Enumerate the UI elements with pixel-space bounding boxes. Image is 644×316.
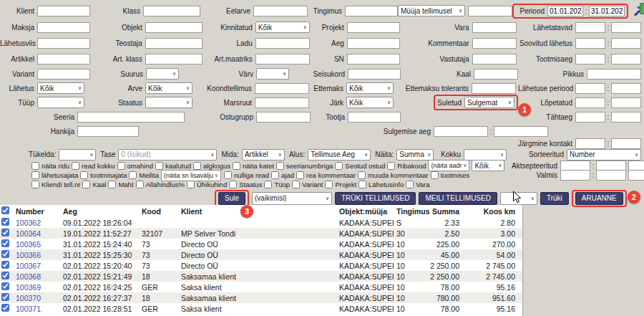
lahetuse-periood-to-input[interactable] [611, 83, 641, 94]
soovitud-lahetus-from-input[interactable] [575, 38, 605, 49]
klass-input[interactable] [143, 6, 200, 16]
naita-katet-checkbox[interactable] [233, 162, 240, 170]
row-checkbox[interactable] [1, 282, 9, 290]
order-link[interactable]: 100364 [16, 229, 41, 238]
ajad-option[interactable]: ajad [271, 171, 294, 179]
lahetusviis-input[interactable] [37, 38, 90, 49]
lahetatavad-from-input[interactable] [575, 22, 605, 33]
omahind-checkbox[interactable] [117, 162, 125, 170]
naita-katet-option[interactable]: näita katet [233, 162, 274, 170]
tootja-input[interactable] [348, 112, 401, 123]
staatus-select[interactable] [145, 97, 192, 108]
print-preset-select[interactable]: (vaikimisi) [252, 192, 332, 205]
eelarve-input[interactable] [253, 6, 308, 16]
row-checkbox[interactable] [1, 218, 9, 226]
ribakood-checkbox[interactable] [387, 162, 395, 170]
order-link[interactable]: 100371 [16, 305, 41, 313]
ladu-input[interactable] [255, 38, 310, 49]
seotud-ostud-option[interactable]: Seotud ostud [335, 162, 385, 170]
mida-select[interactable]: Artikkel [242, 149, 285, 161]
variant-checkbox[interactable] [292, 181, 300, 188]
order-link[interactable]: 100369 [16, 283, 41, 292]
row-checkbox[interactable] [1, 229, 9, 236]
vara-checkbox[interactable] [406, 181, 414, 188]
tootmisajata-option[interactable]: tootmisajata [80, 171, 127, 179]
row-checkbox[interactable] [1, 261, 9, 269]
row-checkbox[interactable] [1, 250, 9, 258]
klient-input[interactable] [37, 6, 90, 16]
tootmisaeg-to-input[interactable] [611, 54, 641, 64]
teostaja-input[interactable] [145, 38, 203, 49]
naita-select[interactable]: Summa [396, 149, 434, 161]
arve-select[interactable]: Kõik [145, 82, 192, 94]
muuda-kommentaar-checkbox[interactable] [358, 171, 366, 179]
rea-kommentaar-checkbox[interactable] [296, 171, 304, 179]
truki-tellimused-button[interactable]: TRÜKI TELLIMUSED [335, 192, 416, 205]
tuup-select[interactable] [37, 97, 84, 108]
tootmisaeg-from-input[interactable] [575, 54, 605, 64]
order-link[interactable]: 100368 [16, 272, 41, 281]
kinnitatud-select[interactable]: Kõik [255, 21, 310, 33]
uhikuhind-option[interactable]: Ühikuhind [187, 181, 227, 188]
hankija-input[interactable] [77, 126, 139, 137]
tuup-checkbox[interactable] [264, 181, 272, 188]
seerianumbriga-option[interactable]: seerianumbriga [276, 162, 333, 170]
naita-sn-lisavalju-select[interactable]: (näita sn lisavälju) [161, 170, 221, 181]
rea-kommentaar-option[interactable]: rea kommentaar [296, 171, 356, 179]
sule-button[interactable]: Sule [218, 192, 245, 205]
meili-tellimused-button[interactable]: MEILI TELLIMUSED [419, 192, 497, 205]
jargmine-kontakt-from-input[interactable] [575, 138, 605, 149]
maksja-input[interactable] [37, 22, 90, 33]
order-link[interactable]: 100362 [16, 219, 41, 227]
naita-aadress-select[interactable]: (näita aadress) [428, 160, 469, 171]
projekt-input[interactable] [347, 22, 400, 33]
artikkel-input[interactable] [37, 54, 90, 64]
lopetatud-to-input[interactable] [611, 97, 641, 108]
nulliga-read-option[interactable]: nulliga read [224, 171, 269, 179]
ostugrupp-input[interactable] [256, 112, 311, 123]
tuup-option[interactable]: Tüüp [264, 181, 290, 188]
seisukord-input[interactable] [348, 69, 401, 80]
tahtaeg-to-input[interactable] [611, 112, 641, 123]
naita-ridu-checkbox[interactable] [31, 162, 39, 170]
meilita-checkbox[interactable] [129, 171, 137, 179]
tykelda-select[interactable] [59, 149, 96, 161]
marsruut-input[interactable] [255, 97, 309, 108]
ribakood-option[interactable]: Ribakood [387, 162, 426, 170]
lahetusajata-checkbox[interactable] [31, 171, 39, 179]
lahetusinfo-option[interactable]: Lähetusinfo [358, 181, 404, 188]
koondtellimus-input[interactable] [255, 83, 309, 94]
allahindlus-option[interactable]: Allahindlus% [136, 181, 185, 188]
kaalutud-checkbox[interactable] [155, 162, 163, 170]
allahindlus-checkbox[interactable] [136, 181, 144, 188]
order-link[interactable]: 100367 [16, 262, 41, 270]
projekt-option[interactable]: Projekt [325, 181, 356, 188]
muuja-tellimusel-select[interactable]: Müüja tellimusel [398, 5, 465, 16]
nulliga-read-checkbox[interactable] [224, 171, 232, 179]
row-checkbox[interactable] [1, 293, 9, 301]
valmis-from-input[interactable] [560, 170, 590, 181]
kommentaar-input[interactable] [472, 38, 517, 49]
valmis-to-input[interactable] [596, 170, 626, 181]
periood-to-input[interactable] [589, 6, 625, 16]
muuja-tellimusel-input[interactable] [468, 6, 512, 16]
order-link[interactable]: 100365 [16, 240, 41, 249]
varv-select[interactable] [256, 68, 289, 80]
projekt-checkbox[interactable] [325, 181, 333, 188]
kaal-checkbox[interactable] [82, 181, 90, 188]
read-kokku-checkbox[interactable] [72, 162, 79, 170]
sulgemise-aeg-from-input[interactable] [434, 126, 488, 137]
pikkus-input[interactable] [587, 69, 641, 80]
tootmises-option[interactable]: tootmises [431, 171, 470, 179]
jargmine-kontakt-to-input[interactable] [611, 138, 641, 149]
seeria-input[interactable] [77, 112, 185, 123]
alus-select[interactable]: Tellimuse Aeg [308, 149, 371, 161]
vara-option[interactable]: Vara [406, 181, 429, 188]
suurus-select[interactable] [146, 68, 179, 80]
kaalutud-option[interactable]: kaalutud [155, 162, 191, 170]
omahind-option[interactable]: omahind [117, 162, 153, 170]
seotud-ostud-checkbox[interactable] [335, 162, 343, 170]
order-link[interactable]: 100366 [16, 251, 41, 259]
sulgemise-aeg-to-input[interactable] [494, 126, 548, 137]
ribakood-koik-select[interactable]: Kõik [472, 160, 504, 171]
